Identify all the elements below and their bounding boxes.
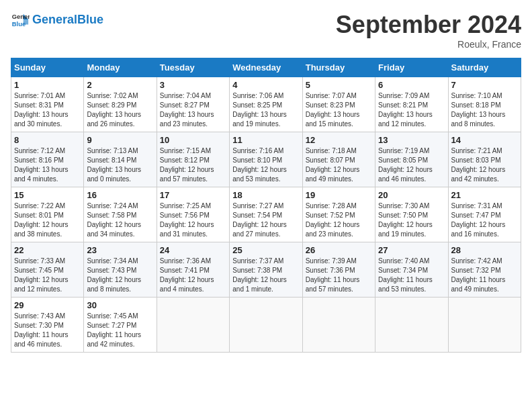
day-info: Sunrise: 7:27 AM Sunset: 7:54 PM Dayligh… bbox=[232, 201, 299, 239]
day-number: 1 bbox=[14, 80, 81, 90]
day-info: Sunrise: 7:04 AM Sunset: 8:27 PM Dayligh… bbox=[160, 91, 226, 129]
table-row: 20 Sunrise: 7:30 AM Sunset: 7:50 PM Dayl… bbox=[375, 187, 448, 242]
table-row: 17 Sunrise: 7:25 AM Sunset: 7:56 PM Dayl… bbox=[157, 187, 229, 242]
table-row: 25 Sunrise: 7:37 AM Sunset: 7:38 PM Dayl… bbox=[230, 242, 302, 298]
table-row: 9 Sunrise: 7:13 AM Sunset: 8:14 PM Dayli… bbox=[84, 132, 157, 187]
day-number: 10 bbox=[160, 135, 226, 145]
table-row: 8 Sunrise: 7:12 AM Sunset: 8:16 PM Dayli… bbox=[11, 132, 84, 187]
day-number: 4 bbox=[232, 80, 299, 90]
day-info: Sunrise: 7:13 AM Sunset: 8:14 PM Dayligh… bbox=[87, 146, 153, 184]
day-number: 15 bbox=[14, 190, 81, 200]
table-row: 21 Sunrise: 7:31 AM Sunset: 7:47 PM Dayl… bbox=[448, 187, 521, 242]
col-header-monday: Monday bbox=[84, 58, 157, 77]
col-header-tuesday: Tuesday bbox=[157, 58, 229, 77]
day-number: 30 bbox=[87, 300, 153, 310]
table-row: 12 Sunrise: 7:18 AM Sunset: 8:07 PM Dayl… bbox=[302, 132, 375, 187]
logo-general: General bbox=[32, 13, 77, 26]
table-row: 6 Sunrise: 7:09 AM Sunset: 8:21 PM Dayli… bbox=[375, 77, 448, 132]
day-info: Sunrise: 7:39 AM Sunset: 7:36 PM Dayligh… bbox=[306, 257, 372, 294]
day-info: Sunrise: 7:10 AM Sunset: 8:18 PM Dayligh… bbox=[451, 91, 518, 129]
day-info: Sunrise: 7:16 AM Sunset: 8:10 PM Dayligh… bbox=[232, 146, 299, 184]
svg-text:Blue: Blue bbox=[12, 21, 26, 28]
col-header-wednesday: Wednesday bbox=[230, 58, 302, 77]
day-number: 2 bbox=[87, 80, 153, 90]
title-block: September 2024 Roeulx, France bbox=[336, 11, 521, 50]
col-header-friday: Friday bbox=[375, 58, 448, 77]
calendar-table: SundayMondayTuesdayWednesdayThursdayFrid… bbox=[11, 58, 521, 353]
day-number: 16 bbox=[87, 190, 153, 200]
table-row: 2 Sunrise: 7:02 AM Sunset: 8:29 PM Dayli… bbox=[84, 77, 157, 132]
day-info: Sunrise: 7:22 AM Sunset: 8:01 PM Dayligh… bbox=[14, 201, 81, 239]
table-row bbox=[302, 298, 375, 353]
col-header-saturday: Saturday bbox=[448, 58, 521, 77]
day-number: 19 bbox=[306, 190, 372, 200]
table-row: 3 Sunrise: 7:04 AM Sunset: 8:27 PM Dayli… bbox=[157, 77, 229, 132]
day-number: 29 bbox=[14, 300, 81, 310]
table-row: 18 Sunrise: 7:27 AM Sunset: 7:54 PM Dayl… bbox=[230, 187, 302, 242]
day-number: 22 bbox=[14, 245, 81, 255]
table-row: 4 Sunrise: 7:06 AM Sunset: 8:25 PM Dayli… bbox=[230, 77, 302, 132]
table-row: 23 Sunrise: 7:34 AM Sunset: 7:43 PM Dayl… bbox=[84, 242, 157, 298]
day-info: Sunrise: 7:12 AM Sunset: 8:16 PM Dayligh… bbox=[14, 146, 81, 184]
table-row: 26 Sunrise: 7:39 AM Sunset: 7:36 PM Dayl… bbox=[302, 242, 375, 298]
logo: General Blue GeneralBlue bbox=[11, 11, 103, 30]
table-row: 29 Sunrise: 7:43 AM Sunset: 7:30 PM Dayl… bbox=[11, 298, 84, 353]
day-number: 7 bbox=[451, 80, 518, 90]
table-row: 16 Sunrise: 7:24 AM Sunset: 7:58 PM Dayl… bbox=[84, 187, 157, 242]
col-header-thursday: Thursday bbox=[302, 58, 375, 77]
day-number: 25 bbox=[232, 245, 299, 255]
day-info: Sunrise: 7:34 AM Sunset: 7:43 PM Dayligh… bbox=[87, 257, 153, 294]
day-number: 5 bbox=[306, 80, 372, 90]
table-row bbox=[375, 298, 448, 353]
col-header-sunday: Sunday bbox=[11, 58, 84, 77]
day-info: Sunrise: 7:45 AM Sunset: 7:27 PM Dayligh… bbox=[87, 312, 153, 349]
day-number: 9 bbox=[87, 135, 153, 145]
day-info: Sunrise: 7:24 AM Sunset: 7:58 PM Dayligh… bbox=[87, 201, 153, 239]
day-info: Sunrise: 7:25 AM Sunset: 7:56 PM Dayligh… bbox=[160, 201, 226, 239]
table-row: 27 Sunrise: 7:40 AM Sunset: 7:34 PM Dayl… bbox=[375, 242, 448, 298]
day-number: 12 bbox=[306, 135, 372, 145]
logo-blue: Blue bbox=[77, 13, 103, 26]
month-title: September 2024 bbox=[336, 11, 521, 39]
day-number: 23 bbox=[87, 245, 153, 255]
table-row: 7 Sunrise: 7:10 AM Sunset: 8:18 PM Dayli… bbox=[448, 77, 521, 132]
day-info: Sunrise: 7:15 AM Sunset: 8:12 PM Dayligh… bbox=[160, 146, 226, 184]
table-row: 28 Sunrise: 7:42 AM Sunset: 7:32 PM Dayl… bbox=[448, 242, 521, 298]
logo-icon: General Blue bbox=[11, 11, 30, 30]
day-info: Sunrise: 7:37 AM Sunset: 7:38 PM Dayligh… bbox=[232, 257, 299, 294]
table-row: 15 Sunrise: 7:22 AM Sunset: 8:01 PM Dayl… bbox=[11, 187, 84, 242]
table-row: 11 Sunrise: 7:16 AM Sunset: 8:10 PM Dayl… bbox=[230, 132, 302, 187]
day-number: 3 bbox=[160, 80, 226, 90]
day-info: Sunrise: 7:42 AM Sunset: 7:32 PM Dayligh… bbox=[451, 257, 518, 294]
table-row: 22 Sunrise: 7:33 AM Sunset: 7:45 PM Dayl… bbox=[11, 242, 84, 298]
table-row: 30 Sunrise: 7:45 AM Sunset: 7:27 PM Dayl… bbox=[84, 298, 157, 353]
table-row: 24 Sunrise: 7:36 AM Sunset: 7:41 PM Dayl… bbox=[157, 242, 229, 298]
day-number: 6 bbox=[378, 80, 445, 90]
page-header: General Blue GeneralBlue September 2024 … bbox=[11, 11, 521, 50]
location: Roeulx, France bbox=[336, 39, 521, 50]
table-row: 19 Sunrise: 7:28 AM Sunset: 7:52 PM Dayl… bbox=[302, 187, 375, 242]
day-info: Sunrise: 7:28 AM Sunset: 7:52 PM Dayligh… bbox=[306, 201, 372, 239]
table-row bbox=[448, 298, 521, 353]
day-info: Sunrise: 7:09 AM Sunset: 8:21 PM Dayligh… bbox=[378, 91, 445, 129]
table-row bbox=[230, 298, 302, 353]
day-number: 18 bbox=[232, 190, 299, 200]
day-number: 27 bbox=[378, 245, 445, 255]
day-number: 26 bbox=[306, 245, 372, 255]
day-info: Sunrise: 7:07 AM Sunset: 8:23 PM Dayligh… bbox=[306, 91, 372, 129]
day-number: 17 bbox=[160, 190, 226, 200]
day-number: 20 bbox=[378, 190, 445, 200]
table-row: 13 Sunrise: 7:19 AM Sunset: 8:05 PM Dayl… bbox=[375, 132, 448, 187]
day-info: Sunrise: 7:19 AM Sunset: 8:05 PM Dayligh… bbox=[378, 146, 445, 184]
day-number: 21 bbox=[451, 190, 518, 200]
svg-text:General: General bbox=[12, 13, 30, 20]
day-info: Sunrise: 7:21 AM Sunset: 8:03 PM Dayligh… bbox=[451, 146, 518, 184]
day-info: Sunrise: 7:40 AM Sunset: 7:34 PM Dayligh… bbox=[378, 257, 445, 294]
day-number: 28 bbox=[451, 245, 518, 255]
day-info: Sunrise: 7:33 AM Sunset: 7:45 PM Dayligh… bbox=[14, 257, 81, 294]
day-info: Sunrise: 7:02 AM Sunset: 8:29 PM Dayligh… bbox=[87, 91, 153, 129]
day-number: 24 bbox=[160, 245, 226, 255]
table-row: 10 Sunrise: 7:15 AM Sunset: 8:12 PM Dayl… bbox=[157, 132, 229, 187]
table-row: 5 Sunrise: 7:07 AM Sunset: 8:23 PM Dayli… bbox=[302, 77, 375, 132]
day-info: Sunrise: 7:18 AM Sunset: 8:07 PM Dayligh… bbox=[306, 146, 372, 184]
